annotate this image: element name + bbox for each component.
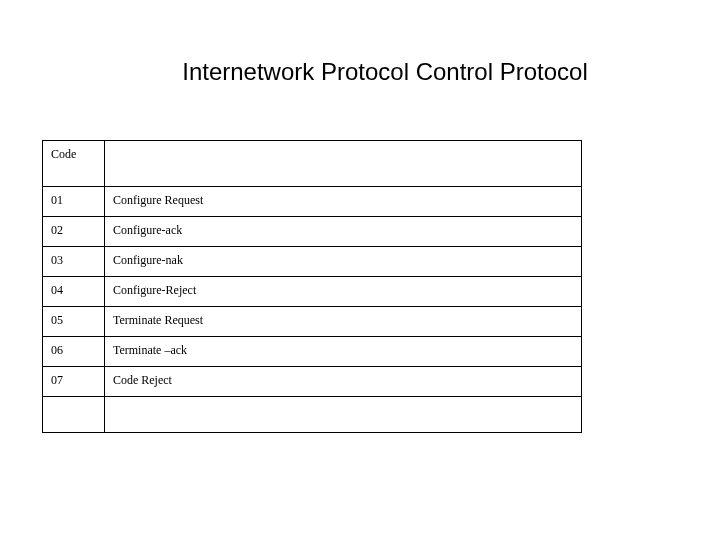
footer-code	[43, 397, 105, 433]
cell-code: 07	[43, 367, 105, 397]
ipcp-table: Code 01 Configure Request 02 Configure-a…	[42, 140, 582, 433]
table-row: 03 Configure-nak	[43, 247, 582, 277]
cell-desc: Configure-Reject	[104, 277, 581, 307]
header-desc	[104, 141, 581, 187]
page-title: Internetwork Protocol Control Protocol	[0, 58, 720, 86]
table-row: 05 Terminate Request	[43, 307, 582, 337]
cell-desc: Configure Request	[104, 187, 581, 217]
cell-code: 01	[43, 187, 105, 217]
table-row: 01 Configure Request	[43, 187, 582, 217]
cell-code: 06	[43, 337, 105, 367]
header-code: Code	[43, 141, 105, 187]
cell-desc: Terminate Request	[104, 307, 581, 337]
cell-desc: Configure-nak	[104, 247, 581, 277]
cell-desc: Code Reject	[104, 367, 581, 397]
cell-code: 02	[43, 217, 105, 247]
table-header-row: Code	[43, 141, 582, 187]
table-row: 07 Code Reject	[43, 367, 582, 397]
table-row: 04 Configure-Reject	[43, 277, 582, 307]
cell-desc: Configure-ack	[104, 217, 581, 247]
cell-desc: Terminate –ack	[104, 337, 581, 367]
table-footer-row	[43, 397, 582, 433]
cell-code: 03	[43, 247, 105, 277]
table-row: 02 Configure-ack	[43, 217, 582, 247]
ipcp-table-container: Code 01 Configure Request 02 Configure-a…	[42, 140, 582, 433]
footer-desc	[104, 397, 581, 433]
table-row: 06 Terminate –ack	[43, 337, 582, 367]
cell-code: 05	[43, 307, 105, 337]
cell-code: 04	[43, 277, 105, 307]
